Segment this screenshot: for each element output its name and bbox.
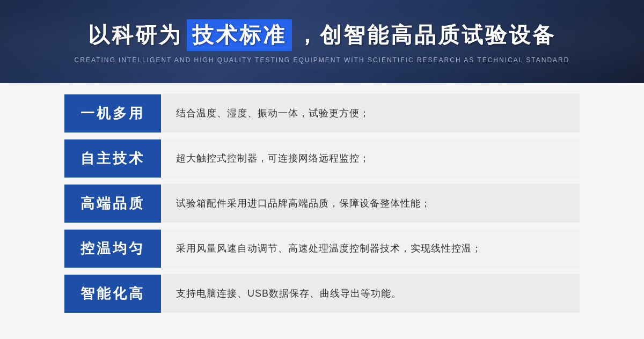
header-banner: 以科研为 技术标准 ，创智能高品质试验设备 Creating Intellige…	[0, 0, 644, 83]
sub-title: Creating Intelligent and High Quality Te…	[75, 56, 570, 64]
title-highlight: 技术标准	[187, 19, 292, 51]
main-title: 以科研为 技术标准 ，创智能高品质试验设备	[88, 19, 556, 51]
feature-description: 试验箱配件采用进口品牌高端品质，保障设备整体性能；	[161, 184, 580, 223]
feature-description: 支持电脑连接、USB数据保存、曲线导出等功能。	[161, 274, 580, 313]
features-container: 一机多用结合温度、湿度、振动一体，试验更方便；自主技术超大触控式控制器，可连接网…	[64, 94, 580, 313]
title-suffix: ，创智能高品质试验设备	[296, 20, 556, 50]
feature-label: 控温均匀	[64, 230, 161, 268]
feature-label: 自主技术	[64, 139, 161, 178]
feature-label: 一机多用	[64, 94, 161, 132]
title-prefix: 以科研为	[88, 20, 182, 50]
feature-row: 自主技术超大触控式控制器，可连接网络远程监控；	[64, 139, 580, 178]
feature-label: 智能化高	[64, 275, 161, 313]
content-area: 一机多用结合温度、湿度、振动一体，试验更方便；自主技术超大触控式控制器，可连接网…	[0, 83, 644, 325]
feature-row: 控温均匀采用风量风速自动调节、高速处理温度控制器技术，实现线性控温；	[64, 229, 580, 268]
feature-description: 结合温度、湿度、振动一体，试验更方便；	[161, 94, 580, 132]
feature-row: 一机多用结合温度、湿度、振动一体，试验更方便；	[64, 94, 580, 132]
feature-description: 采用风量风速自动调节、高速处理温度控制器技术，实现线性控温；	[161, 229, 580, 268]
feature-label: 高端品质	[64, 185, 161, 223]
feature-row: 高端品质试验箱配件采用进口品牌高端品质，保障设备整体性能；	[64, 184, 580, 223]
feature-row: 智能化高支持电脑连接、USB数据保存、曲线导出等功能。	[64, 274, 580, 313]
feature-description: 超大触控式控制器，可连接网络远程监控；	[161, 139, 580, 178]
